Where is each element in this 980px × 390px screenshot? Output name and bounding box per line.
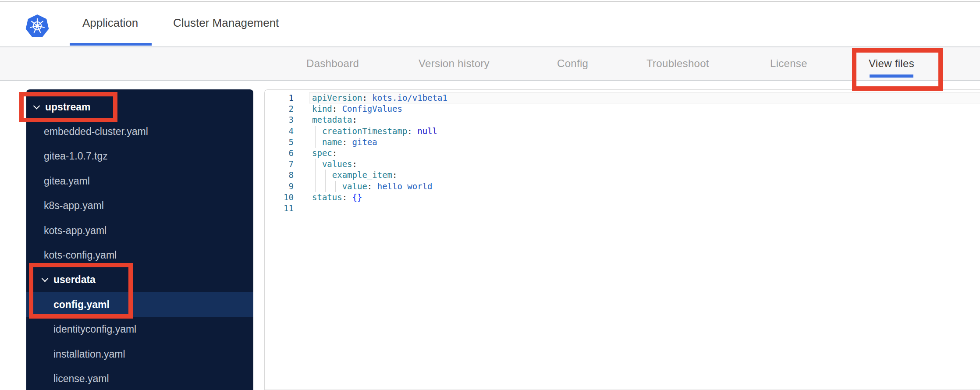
line-number[interactable]: 6	[265, 148, 294, 159]
chevron-down-icon	[33, 103, 40, 110]
code-line-content[interactable]: spec:	[309, 148, 980, 159]
code-line: 6spec:	[265, 148, 980, 159]
tab-version-history[interactable]: Version history	[419, 47, 490, 80]
code-line-content[interactable]: name: gitea	[309, 137, 980, 148]
code-token: {}	[352, 192, 362, 202]
kubernetes-logo-icon	[25, 14, 49, 38]
line-number[interactable]: 3	[265, 114, 294, 125]
code-token: example_item	[332, 170, 392, 180]
code-line: 7 values:	[265, 159, 980, 170]
code-line: 2kind: ConfigValues	[265, 103, 980, 114]
code-token: :	[367, 181, 377, 191]
indent-guide	[335, 181, 336, 192]
line-number[interactable]: 4	[265, 126, 294, 137]
tree-file-kots-config.yaml[interactable]: kots-config.yaml	[26, 243, 253, 267]
kots-admin-console: Application Cluster Management Dashboard…	[0, 0, 980, 390]
chevron-down-icon	[42, 275, 49, 282]
tab-application[interactable]: Application	[82, 2, 138, 43]
code-token: name	[322, 137, 342, 147]
file-tree-sidebar: upstreamembedded-cluster.yamlgitea-1.0.7…	[26, 89, 253, 390]
indent-guide	[315, 137, 316, 148]
code-token: :	[352, 159, 357, 169]
code-line-content[interactable]: example_item:	[309, 170, 980, 181]
code-token: :	[352, 115, 357, 124]
code-line: 1apiVersion: kots.io/v1beta1	[265, 92, 980, 103]
code-line-content[interactable]: creationTimestamp: null	[309, 126, 980, 137]
tab-dashboard[interactable]: Dashboard	[306, 47, 359, 80]
tab-config[interactable]: Config	[557, 47, 588, 80]
line-number[interactable]: 7	[265, 159, 294, 170]
tree-file-gitea.yaml[interactable]: gitea.yaml	[26, 169, 253, 193]
code-token: :	[332, 148, 337, 158]
code-line: 3metadata:	[265, 114, 980, 125]
tree-item-label: kots-config.yaml	[44, 249, 117, 261]
tree-file-kots-app.yaml[interactable]: kots-app.yaml	[26, 218, 253, 243]
tree-item-label: identityconfig.yaml	[53, 323, 136, 335]
tree-file-k8s-app.yaml[interactable]: k8s-app.yaml	[26, 194, 253, 218]
tree-item-label: installation.yaml	[53, 348, 125, 360]
code-token: :	[342, 137, 352, 147]
code-line-content[interactable]	[309, 203, 980, 214]
code-token: kots.io/v1beta1	[372, 93, 447, 103]
code-line-content[interactable]: status: {}	[309, 192, 980, 203]
tree-item-label: k8s-app.yaml	[44, 200, 104, 212]
app-header: Application Cluster Management	[0, 2, 980, 46]
tab-troubleshoot[interactable]: Troubleshoot	[646, 47, 709, 80]
code-token: apiVersion	[312, 93, 362, 103]
code-token: kind	[312, 104, 332, 113]
code-indent	[312, 181, 342, 191]
tree-item-label: upstream	[45, 101, 91, 113]
code-line: 4 creationTimestamp: null	[265, 126, 980, 137]
code-token: :	[392, 170, 397, 180]
code-token: value	[342, 181, 367, 191]
code-token: metadata	[312, 115, 352, 124]
tab-license[interactable]: License	[770, 47, 807, 80]
yaml-code-editor: 1apiVersion: kots.io/v1beta12kind: Confi…	[264, 89, 980, 390]
line-number[interactable]: 2	[265, 103, 294, 114]
tab-cluster-management[interactable]: Cluster Management	[173, 2, 279, 43]
tree-item-label: gitea-1.0.7.tgz	[44, 150, 108, 162]
code-indent	[312, 126, 322, 136]
tree-file-identityconfig.yaml[interactable]: identityconfig.yaml	[26, 317, 253, 342]
tree-item-label: userdata	[53, 274, 96, 286]
code-token: :	[362, 93, 372, 103]
tree-folder-upstream[interactable]: upstream	[26, 95, 253, 119]
line-number[interactable]: 8	[265, 170, 294, 181]
line-number[interactable]: 1	[265, 92, 294, 103]
tab-view-files[interactable]: View files	[869, 47, 914, 80]
tree-folder-userdata[interactable]: userdata	[26, 268, 253, 292]
code-indent	[312, 137, 322, 147]
tree-item-label: gitea.yaml	[44, 175, 90, 187]
app-subnav: Dashboard Version history Config Trouble…	[0, 46, 980, 81]
tree-file-embedded-cluster.yaml[interactable]: embedded-cluster.yaml	[26, 119, 253, 144]
line-number[interactable]: 5	[265, 137, 294, 148]
code-token: :	[407, 126, 417, 136]
tree-file-gitea-1.0.7.tgz[interactable]: gitea-1.0.7.tgz	[26, 144, 253, 169]
code-line: 10status: {}	[265, 192, 980, 203]
tree-file-license.yaml[interactable]: license.yaml	[26, 366, 253, 390]
code-token: :	[342, 192, 352, 202]
code-token: :	[332, 104, 342, 113]
indent-guide	[325, 170, 326, 181]
line-number[interactable]: 11	[265, 203, 294, 214]
tree-item-label: kots-app.yaml	[44, 225, 107, 237]
code-token: null	[417, 126, 437, 136]
line-number[interactable]: 9	[265, 181, 294, 192]
code-line-content[interactable]: values:	[309, 159, 980, 170]
tree-item-label: license.yaml	[53, 373, 109, 385]
code-line-content[interactable]: apiVersion: kots.io/v1beta1	[309, 92, 980, 103]
tree-file-config.yaml[interactable]: config.yaml	[26, 292, 253, 317]
indent-guide	[315, 159, 316, 170]
code-indent	[312, 159, 322, 169]
code-line-content[interactable]: value: hello world	[309, 181, 980, 192]
line-number[interactable]: 10	[265, 192, 294, 203]
code-token: values	[322, 159, 352, 169]
code-line-content[interactable]: metadata:	[309, 114, 980, 125]
indent-guide	[315, 181, 316, 192]
tree-file-installation.yaml[interactable]: installation.yaml	[26, 342, 253, 366]
code-token: spec	[312, 148, 332, 158]
code-line: 5 name: gitea	[265, 137, 980, 148]
tree-item-label: config.yaml	[53, 299, 110, 311]
code-line: 11	[265, 203, 980, 214]
code-line-content[interactable]: kind: ConfigValues	[309, 103, 980, 114]
